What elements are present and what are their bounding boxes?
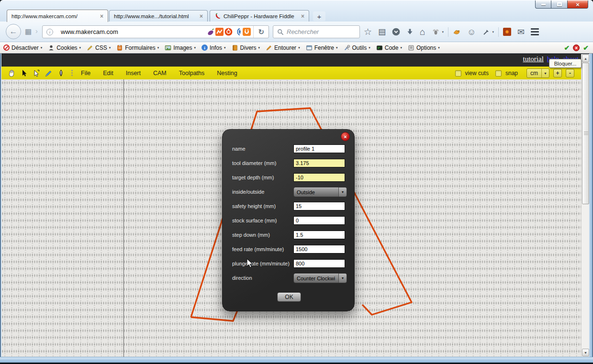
zoom-out-button[interactable]: - [566,69,574,77]
scrollbar-thumb[interactable] [582,63,589,204]
units-dropdown[interactable]: cm ▼ [526,68,549,78]
devbar-item-images[interactable]: Images▾ [165,44,196,51]
search-bar[interactable] [273,25,360,38]
menu-edit[interactable]: Edit [103,70,113,77]
tab-makercam[interactable]: http://www.makercam.com/ × [7,10,108,22]
window-controls: × [535,0,588,9]
devbar-item-outline[interactable]: Entourer▾ [266,44,300,51]
red-addon-icon[interactable] [503,28,511,36]
pocket-icon[interactable] [392,28,400,36]
error-cross-icon[interactable]: × [573,44,580,51]
options-icon [408,44,414,51]
u-smiley-icon[interactable] [243,28,251,36]
clipboard-icon [116,44,123,51]
eggplant-icon[interactable] [206,28,214,36]
chevron-down-icon: ▾ [157,46,159,50]
devbar-item-window[interactable]: Fenêtre▾ [306,44,338,51]
close-tab-icon[interactable]: × [301,13,304,20]
scroll-up-icon[interactable]: ▲ [582,55,589,62]
target-depth-field[interactable] [293,173,345,182]
back-button[interactable]: ← [6,24,21,39]
smiley-addon-icon[interactable]: ☺ [467,28,476,36]
devbar-item-misc[interactable]: Divers▾ [232,44,260,51]
chevron-down-icon[interactable]: ▼ [338,188,347,197]
url-bar[interactable]: i ↻ [42,25,269,38]
downloads-icon[interactable] [406,28,414,35]
mail-icon[interactable]: ✉ [517,28,525,36]
chevron-down-icon[interactable]: ▾ [492,30,494,34]
scroll-down-icon[interactable]: ▼ [582,349,589,356]
snap-checkbox[interactable] [495,70,502,77]
devbar-item-options[interactable]: Options▾ [408,44,440,51]
pages-grid-icon[interactable]: ▦ [25,27,32,36]
devbar-item-disable[interactable]: Désactiver▾ [3,44,42,51]
bird-addon-icon[interactable] [453,28,461,36]
devbar-item-forms[interactable]: Formulaires▾ [116,44,159,51]
new-tab-button[interactable]: + [313,11,325,21]
tool-diameter-field[interactable] [293,159,345,167]
field-label: safety height (mm) [232,203,276,209]
devbar-item-infos[interactable]: iInfos▾ [201,44,226,51]
minimize-button[interactable] [535,0,551,9]
close-dialog-button[interactable]: × [341,132,350,141]
menu-icon[interactable] [531,28,539,35]
pencil-tool-icon[interactable] [44,68,54,78]
maximize-icon [557,2,562,6]
maximize-button[interactable] [551,0,567,9]
url-input[interactable] [56,26,206,38]
ok-button[interactable]: OK [277,292,301,302]
step-down-field[interactable] [293,231,345,239]
search-input[interactable] [287,28,359,35]
menu-file[interactable]: File [81,70,90,77]
menu-nesting[interactable]: Nesting [217,70,237,77]
fly-addon-icon[interactable] [432,28,440,36]
close-window-button[interactable]: × [567,0,588,9]
pen-nib-icon[interactable] [56,68,66,78]
select-arrow-icon[interactable] [19,68,29,78]
close-tab-icon[interactable]: × [200,13,203,20]
home-icon[interactable]: ⌂ [420,27,425,36]
inside-outside-select[interactable]: Outside ▼ [293,187,347,197]
menu-toolpaths[interactable]: Toolpaths [179,70,205,77]
zoom-in-button[interactable]: + [553,69,562,77]
chevron-down-icon[interactable]: ▾ [442,30,444,34]
site-info-icon[interactable]: i [46,29,53,35]
back-icon: ← [10,27,18,36]
devbar-item-code[interactable]: Code▾ [376,44,402,51]
chevron-down-icon[interactable]: ▼ [541,69,549,77]
browser-titlebar: × http://www.makercam.com/ × http://www.… [0,0,593,22]
bookmarks-list-icon[interactable]: ▤ [378,28,386,36]
chevron-down-icon: ▾ [194,46,196,50]
direction-select[interactable]: Counter Clockwi ▼ [293,273,347,283]
vertical-scrollbar[interactable]: ▲ ▼ [581,54,589,357]
reload-icon[interactable]: ↻ [253,26,269,38]
pan-hand-icon[interactable] [6,68,16,78]
devbar-item-css[interactable]: CSS▾ [87,44,111,51]
wave-icon[interactable] [234,28,242,36]
name-field[interactable] [293,144,345,153]
devbar-item-tools[interactable]: Outils▾ [344,44,370,51]
zigzag-icon[interactable] [215,28,224,36]
chevron-down-icon: ▾ [79,46,81,50]
view-controls: view cuts snap cm ▼ + - [455,68,581,78]
eyedropper-icon[interactable] [482,28,490,36]
valid-check-icon[interactable]: ✔ [564,44,570,52]
close-tab-icon[interactable]: × [100,13,103,20]
bookmark-star-icon[interactable]: ☆ [364,27,372,36]
safety-height-field[interactable] [293,202,345,210]
chevron-down-icon[interactable]: ▼ [338,274,347,283]
stock-surface-field[interactable] [293,216,345,225]
tutorial-link[interactable]: tutorial [523,55,544,63]
direct-select-icon[interactable] [31,68,41,78]
tab-tutorial[interactable]: http://www.make.../tutorial.html × [109,10,208,22]
valid-check-icon[interactable]: ✔ [583,44,589,52]
plunge-rate-field[interactable] [293,259,345,268]
swirl-circle-icon[interactable] [224,28,233,36]
feed-rate-field[interactable] [293,245,345,254]
info-icon: i [201,44,208,51]
view-cuts-checkbox[interactable] [455,70,461,77]
tab-chilipeppr[interactable]: ChiliPeppr - Hardware Fiddle × [210,10,309,22]
devbar-item-cookies[interactable]: Cookies▾ [48,44,81,51]
menu-cam[interactable]: CAM [153,70,167,77]
menu-insert[interactable]: Insert [126,70,141,77]
